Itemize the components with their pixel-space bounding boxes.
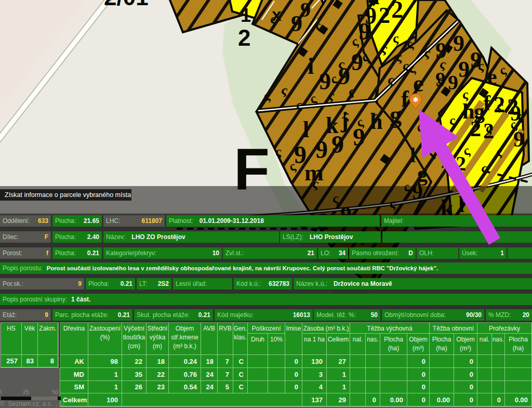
svg-text:9: 9 [458, 57, 470, 82]
svg-text:9: 9 [351, 49, 363, 75]
svg-text:ς: ς [393, 31, 399, 46]
svg-text:9: 9 [470, 47, 482, 73]
svg-text:2: 2 [379, 3, 390, 28]
svg-text:x: x [272, 5, 282, 24]
svg-text:2: 2 [494, 92, 505, 117]
svg-text:9: 9 [294, 141, 307, 168]
svg-text:9: 9 [315, 136, 328, 163]
svg-text:9: 9 [338, 63, 350, 89]
svg-text:ς: ς [296, 97, 302, 112]
svg-text:9: 9 [510, 101, 521, 125]
svg-text:2: 2 [470, 117, 481, 141]
svg-text:1: 1 [241, 5, 251, 26]
svg-text:g: g [390, 101, 402, 128]
svg-text:i: i [308, 54, 314, 79]
svg-text:9: 9 [353, 123, 365, 151]
svg-text:9: 9 [453, 31, 464, 56]
svg-text:f: f [401, 86, 409, 112]
svg-text:9: 9 [448, 71, 458, 94]
svg-text:9: 9 [443, 147, 453, 170]
svg-text:ς: ς [275, 144, 282, 159]
svg-text:e: e [413, 70, 423, 97]
svg-text:2: 2 [483, 119, 494, 143]
svg-text:9: 9 [300, 0, 311, 21]
svg-text:l: l [303, 117, 309, 142]
svg-text:ς: ς [396, 49, 402, 64]
svg-text:9: 9 [435, 38, 447, 63]
svg-text:9: 9 [331, 130, 344, 158]
svg-text:l: l [410, 143, 416, 167]
svg-text:ς: ς [449, 113, 456, 128]
svg-text:d: d [368, 0, 379, 9]
svg-text:2/01: 2/01 [104, 0, 149, 10]
svg-text:ς: ς [496, 144, 502, 159]
svg-text:j: j [340, 108, 349, 133]
svg-text:9: 9 [435, 68, 446, 91]
svg-text:m: m [304, 160, 324, 186]
svg-text:e: e [487, 65, 497, 89]
svg-text:9: 9 [513, 127, 524, 151]
svg-text:9: 9 [319, 68, 331, 95]
svg-text:2: 2 [238, 25, 250, 50]
svg-text:✱: ✱ [413, 96, 418, 103]
svg-text:2: 2 [456, 152, 466, 175]
svg-text:2: 2 [391, 0, 403, 23]
svg-text:h: h [370, 109, 382, 134]
